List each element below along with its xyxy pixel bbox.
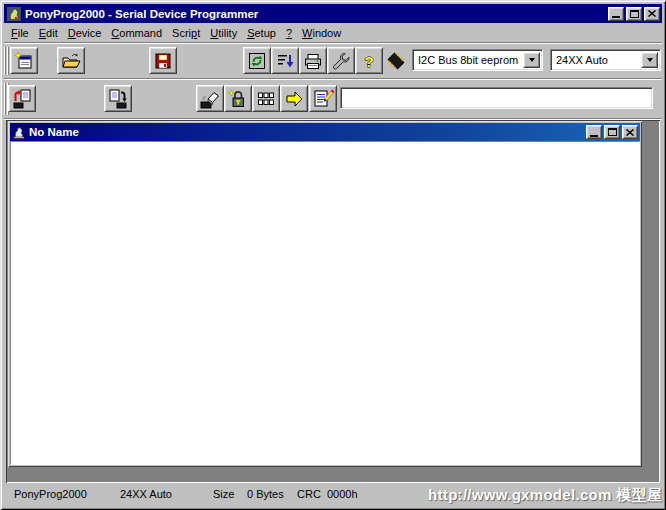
titlebar[interactable]: PonyProg2000 - Serial Device Programmer: [4, 4, 662, 23]
buffer-client-area[interactable]: [10, 141, 640, 465]
read-device-icon: [11, 88, 33, 110]
watermark: http://www.gxmodel.com 模型屋: [428, 483, 662, 506]
child-titlebar[interactable]: No Name: [10, 123, 640, 141]
window-title: PonyProg2000 - Serial Device Programmer: [25, 8, 608, 20]
open-folder-icon: [61, 51, 81, 71]
printer-icon: [303, 51, 323, 71]
toolbar-commands: [4, 80, 662, 118]
maximize-icon: [630, 10, 639, 18]
maximize-button[interactable]: [626, 7, 642, 21]
fuse-bits-icon: [255, 88, 277, 110]
note-field[interactable]: [340, 87, 653, 109]
mdi-workspace: No Name: [6, 120, 660, 483]
pony-app-icon: [7, 7, 21, 21]
new-button[interactable]: [10, 47, 38, 74]
wrench-icon: [331, 51, 351, 71]
edit-notes-icon: [312, 88, 334, 110]
toolbar-main: ? I2C Bus 8bit eeprom 24XX Auto: [4, 44, 662, 78]
note-input[interactable]: [341, 88, 652, 108]
menubar: File Edit Device Command Script Utility …: [4, 23, 662, 42]
child-window: No Name: [8, 121, 642, 467]
open-button[interactable]: [57, 47, 85, 74]
child-close-button[interactable]: [622, 125, 638, 139]
minimize-icon: [590, 135, 598, 137]
device-type-combo[interactable]: 24XX Auto: [550, 49, 661, 71]
menu-item-help[interactable]: ?: [281, 25, 297, 41]
maximize-icon: [608, 128, 617, 136]
status-crc-label: CRC: [297, 483, 321, 506]
menu-item-file[interactable]: File: [6, 25, 34, 41]
status-device: 24XX Auto: [120, 483, 172, 506]
statusbar: PonyProg2000 24XX Auto Size 0 Bytes CRC …: [4, 483, 662, 506]
erase-device-icon: [199, 88, 221, 110]
help-button[interactable]: ?: [355, 47, 383, 74]
svg-text:?: ?: [364, 52, 373, 69]
menu-item-setup[interactable]: Setup: [242, 25, 281, 41]
setup-button[interactable]: [327, 47, 355, 74]
close-button[interactable]: [644, 7, 660, 21]
program-button[interactable]: [280, 85, 308, 112]
edit-notes-button[interactable]: [309, 85, 337, 112]
app-window: PonyProg2000 - Serial Device Programmer …: [0, 0, 666, 510]
menu-item-device[interactable]: Device: [63, 25, 107, 41]
menu-item-command[interactable]: Command: [106, 25, 167, 41]
security-lock-icon: [227, 88, 249, 110]
device-family-dropdown-button[interactable]: [523, 52, 540, 68]
fuse-bits-button[interactable]: [252, 85, 280, 112]
window-controls: [608, 7, 660, 21]
combo-arrow-icon: [529, 58, 535, 62]
menu-item-script[interactable]: Script: [167, 25, 205, 41]
menu-item-edit[interactable]: Edit: [34, 25, 63, 41]
print-button[interactable]: [299, 47, 327, 74]
device-type-value: 24XX Auto: [551, 54, 639, 66]
device-family-combo[interactable]: I2C Bus 8bit eeprom: [412, 49, 543, 71]
write-device-button[interactable]: [104, 85, 132, 112]
menu-item-window[interactable]: Window: [297, 25, 346, 41]
close-icon: [626, 129, 634, 136]
chip-icon: [383, 47, 409, 74]
write-device-icon: [107, 88, 129, 110]
minimize-icon: [612, 16, 620, 18]
pony-doc-icon: [12, 125, 26, 139]
status-size-label: Size: [213, 483, 234, 506]
help-icon: ?: [359, 51, 379, 71]
status-app-name: PonyProg2000: [14, 483, 87, 506]
minimize-button[interactable]: [608, 7, 624, 21]
security-bits-button[interactable]: [224, 85, 252, 112]
erase-device-button[interactable]: [196, 85, 224, 112]
save-icon: [153, 51, 173, 71]
menu-item-utility[interactable]: Utility: [205, 25, 242, 41]
child-maximize-button[interactable]: [604, 125, 620, 139]
reload-icon: [247, 51, 267, 71]
status-crc-value: 0000h: [327, 483, 358, 506]
status-size-value: 0 Bytes: [247, 483, 284, 506]
reload-button[interactable]: [243, 47, 271, 74]
save-button[interactable]: [149, 47, 177, 74]
program-arrow-icon: [283, 88, 305, 110]
child-window-controls: [586, 125, 638, 139]
read-device-button[interactable]: [8, 85, 36, 112]
combo-arrow-icon: [647, 58, 653, 62]
device-family-value: I2C Bus 8bit eeprom: [413, 54, 521, 66]
doc-down-arrow-button[interactable]: [271, 47, 299, 74]
device-type-dropdown-button[interactable]: [641, 52, 658, 68]
child-minimize-button[interactable]: [586, 125, 602, 139]
doc-down-arrow-icon: [275, 51, 295, 71]
new-file-icon: [14, 51, 34, 71]
close-icon: [648, 10, 656, 17]
child-window-title: No Name: [29, 126, 586, 138]
